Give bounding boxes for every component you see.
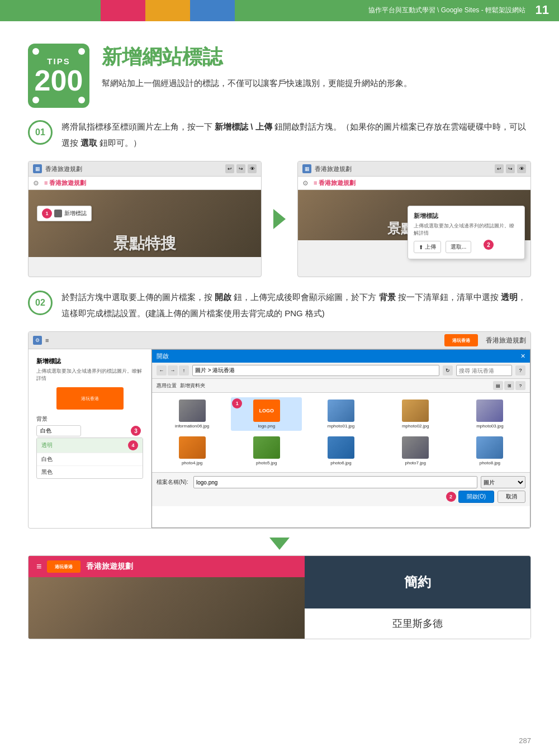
file-thumb-information: [179, 400, 206, 422]
file-name-photo6: photo6.jpg: [330, 460, 351, 465]
step4-badge: 4: [128, 440, 138, 450]
arrow-right-shape: [273, 209, 286, 229]
final-right-bottom: 亞里斯多德: [305, 608, 530, 639]
fp-filename-input[interactable]: [193, 476, 477, 488]
tips-title-area: 新增網站標誌 幫網站加上一個經過設計的標誌，不僅可以讓客戶快速識別，更能提升網站…: [102, 44, 412, 91]
fp-bottom: 檔案名稱(N): 圖片 2 開啟(O) 取消: [152, 472, 530, 506]
mock-dialog: 新增標誌 上傳或選取要加入全域邊界列的標誌圖片。瞭解詳情 ⬆ 上傳 選取... …: [408, 206, 525, 259]
dropdown-transparent[interactable]: 透明 4: [37, 438, 143, 453]
step-02-text: 於對話方塊中選取要上傳的圖片檔案，按 開啟 鈕，上傳完成後即會顯示縮圖，於下方 …: [61, 289, 531, 321]
background-select[interactable]: 白色: [36, 425, 81, 436]
final-right-top: 簡約: [305, 556, 530, 608]
intro-text: 幫網站加上一個經過設計的標誌，不僅可以讓客戶快速識別，更能提升網站的形象。: [102, 75, 412, 91]
large-site-title: 香港旅遊規劃: [486, 336, 526, 345]
mock-redo-r[interactable]: ↪: [506, 164, 515, 173]
step1-file-badge: 1: [232, 398, 242, 408]
large-mock-logo: 港玩香港: [444, 334, 478, 346]
page-number: 287: [519, 736, 531, 745]
large-composite-screenshot: ⚙ ≡ 港玩香港 香港旅遊規劃 新增標誌 上傳或選取要加入全域邊界列的標誌圖片。…: [28, 331, 531, 529]
gear-icon-left[interactable]: ⚙: [33, 179, 41, 187]
mock-eye[interactable]: 👁: [248, 164, 257, 173]
dropdown-black[interactable]: 黑色: [37, 466, 143, 478]
fp-view-btn-2[interactable]: ⊞: [504, 381, 514, 390]
file-name-mphoto03: mphoto03.jpg: [476, 424, 503, 429]
screenshots-row: ▦ 香港旅遊規劃 ↩ ↪ 👁 ⚙ ≡ 香港旅遊規劃 1: [28, 161, 531, 277]
mock-browser-left: ▦ 香港旅遊規劃 ↩ ↪ 👁 ⚙ ≡ 香港旅遊規劃 1: [29, 161, 261, 257]
file-thumb-photo8: [476, 436, 503, 459]
file-name-photo4: photo4.jpg: [182, 460, 202, 465]
upload-icon: ⬆: [419, 244, 423, 250]
file-name-information: information06.jpg: [175, 424, 209, 429]
file-thumb-photo7: [402, 436, 429, 459]
fp-refresh-btn[interactable]: ↻: [443, 365, 453, 375]
mock-browser-right: ▦ 香港旅遊規劃 ↩ ↪ 👁 ⚙ ≡ 香港旅遊規劃 新增標誌: [298, 161, 530, 277]
fp-search-input[interactable]: [456, 365, 512, 376]
file-name-photo7: photo7.jpg: [405, 460, 426, 465]
file-thumb-photo4: [179, 436, 206, 459]
arrow-right: [271, 161, 288, 277]
large-content-area: 新增標誌 上傳或選取要加入全域邊界列的標誌圖片。瞭解詳情 港玩香港 背景 白色 …: [29, 349, 530, 528]
fp-filename-label: 檔案名稱(N):: [157, 478, 190, 486]
fp-view-btn-3[interactable]: ?: [515, 381, 525, 390]
file-item-photo5[interactable]: photo5.jpg: [231, 434, 302, 468]
fp-cancel-btn[interactable]: 取消: [498, 491, 525, 503]
mock-undo-r[interactable]: ↩: [495, 164, 504, 173]
badge-dot-tr: [78, 48, 85, 55]
arrow-down-container: [28, 538, 531, 550]
file-name-photo8: photo8.jpg: [480, 460, 500, 465]
fp-up-btn[interactable]: ↑: [179, 365, 189, 375]
file-item-information[interactable]: information06.jpg: [157, 397, 228, 431]
fp-title-bar: 開啟 ✕: [152, 350, 530, 363]
final-site-title: 香港旅遊規劃: [86, 562, 133, 572]
step-02-circle: 02: [28, 291, 53, 315]
final-right: 簡約 亞里斯多德: [305, 556, 530, 639]
file-item-photo8[interactable]: photo8.jpg: [454, 434, 525, 468]
file-item-photo6[interactable]: photo6.jpg: [305, 434, 376, 468]
file-item-mphoto01[interactable]: mphoto01.jpg: [305, 397, 376, 431]
mock-title-icon-right: ▦: [302, 164, 311, 173]
fp-address-bar[interactable]: [192, 365, 439, 376]
final-logo: 港玩香港: [47, 560, 80, 573]
step2-badge: 2: [484, 240, 494, 250]
screenshot-left: ▦ 香港旅遊規劃 ↩ ↪ 👁 ⚙ ≡ 香港旅遊規劃 1: [28, 161, 262, 277]
final-left: ≡ 港玩香港 香港旅遊規劃: [29, 556, 305, 639]
step-01-row: 01 將滑鼠指標移至標頭圖片左上角，按一下 新增標誌 \ 上傳 鈕開啟對話方塊。…: [28, 119, 531, 151]
badge-dot-br: [32, 97, 39, 103]
step-01-text: 將滑鼠指標移至標頭圖片左上角，按一下 新增標誌 \ 上傳 鈕開啟對話方塊。（如果…: [61, 119, 531, 151]
file-item-photo7[interactable]: photo7.jpg: [380, 434, 451, 468]
fp-forward-btn[interactable]: →: [168, 365, 178, 375]
mock-body-bg-left: 景點特搜: [29, 190, 261, 257]
file-item-mphoto03[interactable]: mphoto03.jpg: [454, 397, 525, 431]
mock-toolbar-left: ⚙ ≡ 香港旅遊規劃: [29, 177, 261, 190]
fp-open-btn[interactable]: 開啟(O): [458, 491, 494, 503]
gear-icon-right[interactable]: ⚙: [302, 179, 310, 187]
fp-new-folder-btn[interactable]: 新增資料夾: [180, 382, 205, 389]
mock-title-icon-left: ▦: [33, 164, 42, 173]
step3-badge: 3: [131, 426, 141, 436]
fp-location-label: 惠用位置: [157, 382, 177, 389]
top-bar-page-number: 11: [536, 3, 549, 17]
mock-toolbar-right: ⚙ ≡ 香港旅遊規劃: [298, 177, 530, 190]
fp-filetype-select[interactable]: 圖片: [481, 476, 525, 488]
mock-undo[interactable]: ↩: [225, 164, 234, 173]
mock-dropdown-left[interactable]: 1 新增標誌: [37, 206, 92, 221]
mock-eye-r[interactable]: 👁: [517, 164, 526, 173]
final-right-text-1: 簡約: [404, 573, 431, 591]
dialog-upload-btn[interactable]: ⬆ 上傳: [414, 241, 441, 253]
fp-help-btn[interactable]: ?: [515, 365, 525, 375]
file-thumb-mphoto02: [402, 400, 429, 422]
dropdown-white[interactable]: 白色: [37, 453, 143, 466]
mock-redo[interactable]: ↪: [236, 164, 245, 173]
file-item-photo4[interactable]: photo4.jpg: [157, 434, 228, 468]
file-item-mphoto02[interactable]: mphoto02.jpg: [380, 397, 451, 431]
file-item-logo[interactable]: 1 LOGO logo.png: [231, 397, 302, 431]
fp-nav-buttons: ← → ↑: [157, 365, 189, 375]
left-panel: 新增標誌 上傳或選取要加入全域邊界列的標誌圖片。瞭解詳情 港玩香港 背景 白色 …: [29, 349, 151, 528]
dialog-select-btn[interactable]: 選取...: [446, 241, 471, 253]
file-picker: 開啟 ✕ ← → ↑ ↻ ? 惠用位置 新增資料夾: [151, 349, 530, 528]
fp-view-btn-1[interactable]: ▤: [493, 381, 503, 390]
fp-toolbar: ← → ↑ ↻ ?: [152, 363, 530, 379]
fp-back-btn[interactable]: ←: [157, 365, 167, 375]
fp-close-btn[interactable]: ✕: [520, 353, 525, 360]
left-panel-title: 新增標誌: [36, 357, 143, 365]
